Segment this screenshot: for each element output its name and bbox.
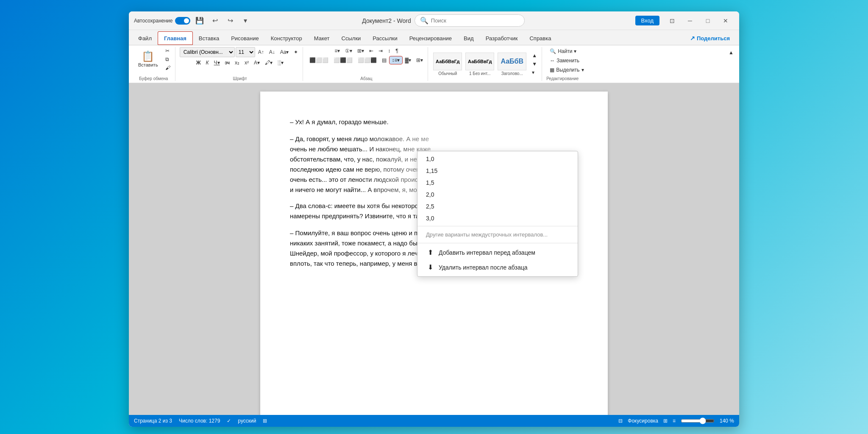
bold-button[interactable]: Ж — [194, 59, 203, 67]
styles-scroll-up[interactable]: ▲ — [530, 52, 539, 59]
tab-home[interactable]: Главная — [158, 31, 193, 45]
tab-design[interactable]: Конструктор — [265, 31, 308, 45]
style-nospace[interactable]: АаБбВвГд 1 Без инт... — [465, 51, 495, 78]
replace-button[interactable]: ↔ Заменить — [546, 56, 587, 65]
superscript-button[interactable]: x² — [242, 59, 251, 67]
select-button[interactable]: ▦ Выделить ▾ — [546, 66, 587, 74]
doc-area[interactable]: 1,0 1,15 1,5 2,0 2,5 3,0 — [129, 83, 739, 415]
borders-button[interactable]: ⊞▾ — [414, 56, 425, 64]
search-input[interactable] — [431, 17, 519, 24]
show-marks-button[interactable]: ¶ — [393, 47, 400, 55]
paragraph-color-button[interactable]: ▓▾ — [403, 56, 414, 64]
autosave-group: Автосохранение — [134, 17, 190, 25]
collapse-ribbon-button[interactable]: ▲ — [726, 49, 736, 56]
highlight-button[interactable]: 🖍▾ — [263, 59, 275, 67]
save-button[interactable]: 💾 — [194, 15, 206, 27]
restore-button[interactable]: ⊡ — [664, 14, 681, 27]
copy-button[interactable]: ⧉ — [163, 56, 172, 63]
tab-review[interactable]: Рецензирование — [403, 31, 458, 45]
increase-indent-button[interactable]: ⇥ — [376, 47, 385, 55]
spacing-3-0[interactable]: 3,0 — [417, 212, 578, 224]
tab-help[interactable]: Справка — [523, 31, 557, 45]
window-controls: Вход ⊡ ─ □ ✕ — [635, 14, 734, 27]
word-count: Число слов: 1279 — [179, 418, 220, 424]
font-color-button[interactable]: A▾ — [252, 59, 262, 67]
find-chevron-icon: ▾ — [574, 48, 576, 54]
tab-share[interactable]: ↗ Поделиться — [684, 31, 736, 45]
zoom-slider[interactable] — [681, 417, 715, 424]
page-info: Страница 2 из 3 — [134, 418, 172, 424]
clear-format-button[interactable]: ✦ — [292, 48, 300, 56]
strikethrough-button[interactable]: зч — [223, 59, 232, 67]
shading-button[interactable]: ░▾ — [275, 59, 286, 67]
find-button[interactable]: 🔍 Найти ▾ — [546, 47, 587, 56]
add-before-item[interactable]: ⬆ Добавить интервал перед абзацем — [417, 245, 578, 260]
track-changes-icon: ⊞ — [263, 418, 267, 424]
paragraph-2: – Да, говорят, у меня лицо моложавое. А … — [290, 134, 578, 144]
tab-references[interactable]: Ссылки — [336, 31, 367, 45]
underline-button[interactable]: Ч▾ — [212, 59, 222, 67]
remove-after-item[interactable]: ⬇ Удалить интервал после абзаца — [417, 260, 578, 275]
style-heading[interactable]: АаБбВ Заголово... — [497, 51, 527, 78]
align-left-button[interactable]: ⬛⬜⬜ — [307, 56, 331, 64]
sort-button[interactable]: ↕ — [386, 47, 392, 55]
redo-button[interactable]: ↪ — [224, 15, 236, 27]
multilevel-button[interactable]: ⊞▾ — [355, 47, 366, 55]
undo-button[interactable]: ↩ — [209, 15, 221, 27]
font-shrink-button[interactable]: A↓ — [267, 48, 277, 56]
bullets-button[interactable]: ≡▾ — [332, 47, 342, 55]
tab-draw[interactable]: Рисование — [225, 31, 264, 45]
search-icon: 🔍 — [420, 17, 428, 25]
maximize-button[interactable]: □ — [699, 14, 716, 27]
close-button[interactable]: ✕ — [717, 14, 734, 27]
paragraph-1: – Ух! А я думал, гораздо меньше. — [290, 117, 578, 127]
autosave-label: Автосохранение — [134, 18, 172, 24]
autosave-toggle[interactable] — [175, 17, 190, 25]
justify-button[interactable]: ▤ — [380, 56, 389, 64]
spacing-2-0-value: 2,0 — [426, 191, 434, 198]
decrease-indent-button[interactable]: ⇤ — [367, 47, 376, 55]
tab-layout[interactable]: Макет — [308, 31, 336, 45]
spacing-2-5[interactable]: 2,5 — [417, 200, 578, 212]
subscript-button[interactable]: x₂ — [233, 59, 242, 67]
style-nospace-label: 1 Без инт... — [469, 71, 491, 76]
spacing-1-5[interactable]: 1,5 — [417, 177, 578, 189]
change-case-button[interactable]: Аа▾ — [278, 48, 291, 56]
font-select[interactable]: Calibri (Основн... — [180, 47, 235, 57]
spacing-2-0[interactable]: 2,0 — [417, 189, 578, 200]
doc-title: Документ2 - Word — [362, 17, 411, 24]
style-normal[interactable]: АаБбВвГд Обычный — [432, 51, 463, 78]
italic-button[interactable]: К — [204, 59, 211, 67]
signin-button[interactable]: Вход — [635, 16, 659, 25]
styles-scroll-down[interactable]: ▼ — [530, 60, 539, 68]
tab-mailings[interactable]: Рассылки — [367, 31, 403, 45]
more-button[interactable]: ▾ — [239, 15, 251, 27]
align-center-button[interactable]: ⬜⬛⬜ — [331, 56, 355, 64]
spacing-1-0[interactable]: 1,0 — [417, 153, 578, 165]
spacing-1-15-value: 1,15 — [426, 167, 437, 174]
styles-more[interactable]: ▾ — [530, 69, 539, 76]
tab-view[interactable]: Вид — [458, 31, 480, 45]
cut-button[interactable]: ✂ — [163, 47, 172, 55]
spacing-3-0-value: 3,0 — [426, 215, 434, 222]
font-grow-button[interactable]: A↑ — [256, 48, 266, 56]
numbering-button[interactable]: ①▾ — [343, 47, 354, 55]
search-bar[interactable]: 🔍 — [415, 14, 525, 27]
tab-developer[interactable]: Разработчик — [480, 31, 524, 45]
other-spacing-item[interactable]: Другие варианты междустрочных интервалов… — [417, 228, 578, 241]
spacing-divider-1 — [417, 226, 578, 226]
zoom-level: 140 % — [720, 418, 734, 424]
tab-insert[interactable]: Вставка — [193, 31, 225, 45]
minimize-button[interactable]: ─ — [682, 14, 698, 27]
tab-file[interactable]: Файл — [132, 31, 158, 45]
format-painter-button[interactable]: 🖌 — [163, 64, 172, 72]
spacing-2-5-value: 2,5 — [426, 203, 434, 210]
spacing-1-15[interactable]: 1,15 — [417, 165, 578, 177]
find-icon: 🔍 — [550, 48, 556, 54]
title-bar: Автосохранение 💾 ↩ ↪ ▾ Документ2 - Word … — [129, 11, 739, 30]
view-icon: ⊞ — [663, 418, 668, 424]
line-spacing-button[interactable]: ↕≡▾ — [389, 56, 402, 64]
font-size-select[interactable]: 11 — [236, 47, 255, 57]
align-right-button[interactable]: ⬜⬜⬛ — [356, 56, 379, 64]
paste-button[interactable]: 📋 Вставить — [135, 50, 161, 69]
